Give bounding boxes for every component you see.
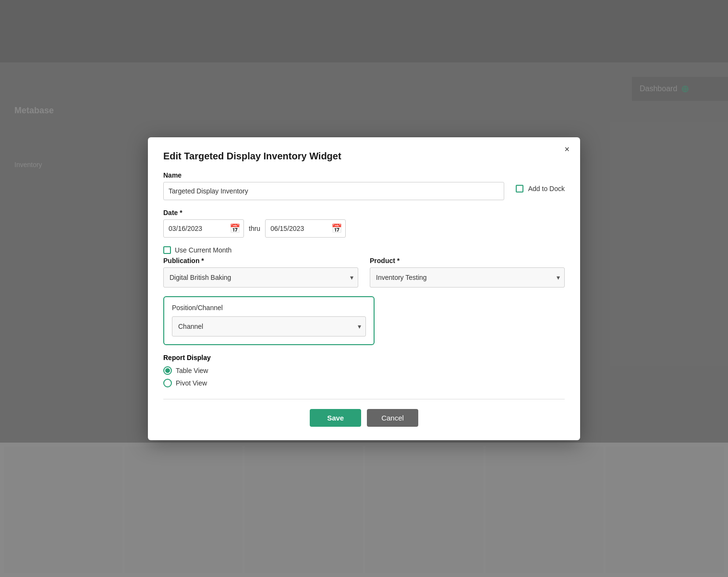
product-group: Product * Inventory Testing Option 2 ▾ — [370, 257, 565, 288]
name-label: Name — [163, 171, 504, 179]
position-channel-section: Position/Channel Channel Position Both ▾ — [163, 296, 375, 345]
add-to-dock-checkbox[interactable] — [516, 185, 523, 192]
name-input[interactable] — [163, 182, 504, 200]
date-label: Date * — [163, 209, 565, 216]
date-from-input[interactable] — [163, 219, 244, 238]
product-select[interactable]: Inventory Testing Option 2 — [370, 267, 565, 288]
publication-group: Publication * Digital British Baking Opt… — [163, 257, 358, 288]
date-from-wrap: 📅 — [163, 219, 244, 238]
date-group: Date * 📅 thru 📅 Use Current Month — [163, 209, 565, 254]
publication-select-wrap: Digital British Baking Option 2 ▾ — [163, 267, 358, 288]
close-button[interactable]: × — [561, 144, 572, 155]
product-select-wrap: Inventory Testing Option 2 ▾ — [370, 267, 565, 288]
report-display-label: Report Display — [163, 354, 565, 361]
table-view-row: Table View — [163, 366, 565, 375]
modal-title: Edit Targeted Display Inventory Widget — [163, 151, 565, 162]
pivot-view-label: Pivot View — [176, 379, 207, 387]
table-view-radio[interactable] — [163, 366, 172, 375]
cancel-button[interactable]: Cancel — [367, 409, 418, 427]
position-channel-label: Position/Channel — [172, 304, 366, 312]
name-group: Name — [163, 171, 504, 200]
publication-label: Publication * — [163, 257, 358, 264]
use-current-month-checkbox[interactable] — [163, 246, 171, 254]
name-dock-row: Name Add to Dock — [163, 171, 565, 200]
use-current-month-row: Use Current Month — [163, 246, 565, 254]
use-current-month-label: Use Current Month — [175, 246, 231, 254]
date-to-wrap: 📅 — [265, 219, 346, 238]
date-row: 📅 thru 📅 — [163, 219, 565, 238]
report-display-section: Report Display Table View Pivot View — [163, 354, 565, 387]
table-view-label: Table View — [176, 367, 208, 374]
pivot-view-row: Pivot View — [163, 379, 565, 387]
position-channel-select[interactable]: Channel Position Both — [172, 316, 366, 337]
publication-select[interactable]: Digital British Baking Option 2 — [163, 267, 358, 288]
pivot-view-radio[interactable] — [163, 379, 172, 387]
add-to-dock-label: Add to Dock — [528, 185, 565, 192]
save-button[interactable]: Save — [310, 409, 361, 427]
modal-overlay: × Edit Targeted Display Inventory Widget… — [0, 0, 728, 577]
thru-label: thru — [249, 225, 260, 232]
pub-product-row: Publication * Digital British Baking Opt… — [163, 257, 565, 288]
position-channel-select-wrap: Channel Position Both ▾ — [172, 316, 366, 337]
date-to-input[interactable] — [265, 219, 346, 238]
dock-group: Add to Dock — [516, 171, 565, 192]
product-label: Product * — [370, 257, 565, 264]
modal-footer: Save Cancel — [163, 409, 565, 427]
footer-divider — [163, 399, 565, 399]
edit-widget-modal: × Edit Targeted Display Inventory Widget… — [148, 137, 580, 440]
